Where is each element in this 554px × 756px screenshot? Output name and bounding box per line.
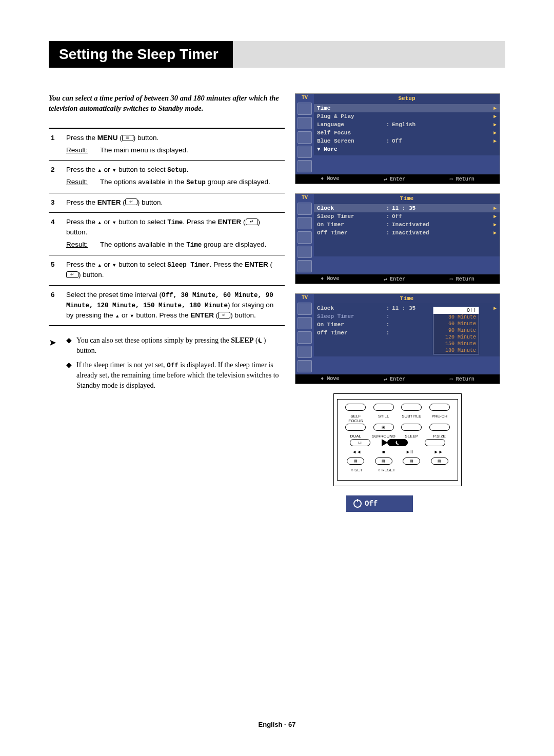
steps-list: 1 Press the MENU (☰) button. Result:The … <box>49 128 285 326</box>
enter-icon <box>218 312 230 319</box>
down-icon <box>130 311 134 319</box>
remote-button: ▤ <box>431 457 448 465</box>
remote-button: ▣ <box>373 424 394 431</box>
osd-icon <box>298 146 312 158</box>
sleep-button <box>387 439 408 446</box>
remote-button: ▤ <box>375 457 392 465</box>
enter-icon <box>125 198 137 205</box>
up-icon <box>97 261 102 268</box>
remote-illustration: SELF FOCUSSTILLSUBTITLEPRE-CH ▣ DUALSURR… <box>333 393 462 486</box>
osd-icon <box>298 303 312 315</box>
dual-button: I-II <box>350 439 370 446</box>
remote-button <box>345 424 366 431</box>
osd-time-dropdown: TV Time Clock:11 : 35► Sleep Timer: On T… <box>295 293 500 384</box>
down-icon <box>112 166 116 173</box>
osd-icon <box>298 360 312 372</box>
enter-icon <box>246 218 258 225</box>
osd-icon <box>298 103 312 115</box>
enter-icon <box>66 271 78 278</box>
remote-button <box>429 424 450 431</box>
highlight-arrow-icon <box>382 439 388 446</box>
step-4: 4 Press the or button to select Time. Pr… <box>49 213 285 255</box>
remote-button <box>425 439 445 446</box>
osd-icon <box>298 217 312 229</box>
remote-button <box>373 404 394 411</box>
osd-time: TV Time Clock:11 : 35► Sleep Timer:Off► … <box>295 193 500 284</box>
intro-text: You can select a time period of between … <box>49 93 285 113</box>
remote-button: ▤ <box>403 457 420 465</box>
step-1: 1 Press the MENU (☰) button. Result:The … <box>49 129 285 161</box>
step-5: 5 Press the or button to select Sleep Ti… <box>49 255 285 286</box>
osd-icon <box>298 117 312 129</box>
osd-icon <box>298 203 312 215</box>
up-icon <box>97 166 102 173</box>
osd-icon <box>298 231 312 244</box>
remote-button <box>429 404 450 411</box>
osd-icon <box>298 131 312 144</box>
up-icon <box>115 311 120 319</box>
page-title-bar: Setting the Sleep Timer <box>49 41 505 68</box>
note-1: ◆ You can also set these options simply … <box>66 335 285 355</box>
step-2: 2 Press the or button to select Setup. R… <box>49 161 285 193</box>
osd-icon <box>298 331 312 344</box>
remote-button: ▤ <box>347 457 364 465</box>
osd-icon <box>298 160 312 172</box>
page-footer: English - 67 <box>0 721 554 728</box>
remote-button <box>401 404 422 411</box>
down-icon <box>112 261 116 268</box>
notes: ➤ ◆ You can also set these options simpl… <box>49 335 285 394</box>
remote-button <box>401 424 422 431</box>
osd-icon <box>298 260 312 272</box>
clock-icon <box>353 500 362 508</box>
remote-button <box>345 404 366 411</box>
step-3: 3 Press the ENTER () button. <box>49 193 285 213</box>
osd-setup: TV Setup Time► Plug & Play► Language:Eng… <box>295 93 500 184</box>
menu-icon: ☰ <box>122 135 133 141</box>
osd-icon <box>298 246 312 258</box>
down-icon <box>112 218 116 226</box>
sleep-timer-dropdown: Off 30 Minute 60 Minute 90 Minute 120 Mi… <box>433 307 479 354</box>
note-arrow-icon: ➤ <box>49 335 66 394</box>
off-indicator: Off <box>346 495 413 512</box>
up-icon <box>97 218 102 226</box>
page-title: Setting the Sleep Timer <box>54 41 233 68</box>
note-2: ◆ If the sleep timer is not yet set, Off… <box>66 360 285 391</box>
osd-icon <box>298 346 312 358</box>
step-6: 6 Select the preset time interval (Off, … <box>49 286 285 327</box>
osd-icon <box>298 317 312 329</box>
